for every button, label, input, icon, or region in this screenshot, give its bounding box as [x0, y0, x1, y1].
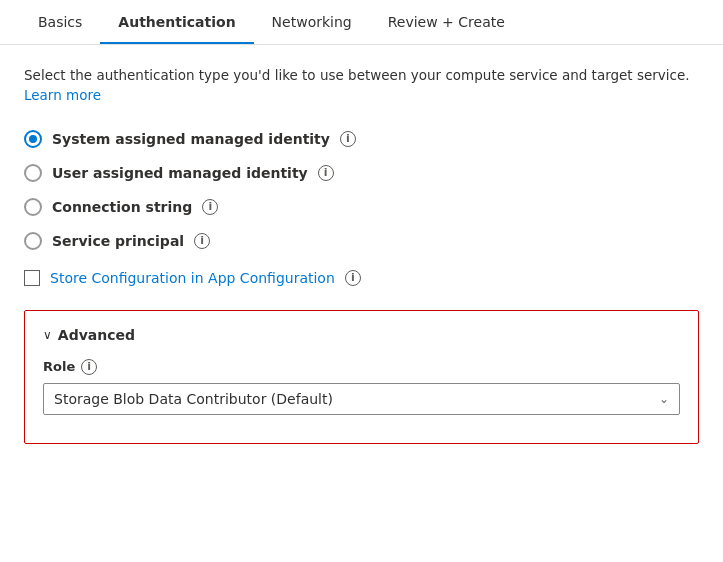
radio-label-connection-string: Connection string — [52, 199, 192, 215]
chevron-icon: ∨ — [43, 328, 52, 342]
advanced-title: Advanced — [58, 327, 135, 343]
radio-user-assigned[interactable]: User assigned managed identity i — [24, 164, 699, 182]
dropdown-chevron-icon: ⌄ — [659, 392, 669, 406]
tab-networking[interactable]: Networking — [254, 0, 370, 44]
radio-system-assigned[interactable]: System assigned managed identity i — [24, 130, 699, 148]
info-icon-service-principal[interactable]: i — [194, 233, 210, 249]
radio-service-principal[interactable]: Service principal i — [24, 232, 699, 250]
info-icon-role[interactable]: i — [81, 359, 97, 375]
radio-label-user-assigned: User assigned managed identity — [52, 165, 308, 181]
checkbox-box[interactable] — [24, 270, 40, 286]
role-label-row: Role i — [43, 359, 680, 375]
info-icon-connection-string[interactable]: i — [202, 199, 218, 215]
checkbox-label: Store Configuration in App Configuration — [50, 270, 335, 286]
description-text: Select the authentication type you'd lik… — [24, 65, 699, 106]
description-body: Select the authentication type you'd lik… — [24, 67, 690, 83]
auth-options: System assigned managed identity i User … — [24, 130, 699, 250]
radio-circle-user-assigned[interactable] — [24, 164, 42, 182]
info-icon-checkbox[interactable]: i — [345, 270, 361, 286]
radio-circle-service-principal[interactable] — [24, 232, 42, 250]
info-icon-system-assigned[interactable]: i — [340, 131, 356, 147]
learn-more-link[interactable]: Learn more — [24, 87, 101, 103]
radio-label-service-principal: Service principal — [52, 233, 184, 249]
tab-basics[interactable]: Basics — [20, 0, 100, 44]
role-dropdown[interactable]: Storage Blob Data Contributor (Default) … — [43, 383, 680, 415]
radio-label-system-assigned: System assigned managed identity — [52, 131, 330, 147]
tab-review-create[interactable]: Review + Create — [370, 0, 523, 44]
radio-connection-string[interactable]: Connection string i — [24, 198, 699, 216]
advanced-section: ∨ Advanced Role i Storage Blob Data Cont… — [24, 310, 699, 444]
radio-circle-connection-string[interactable] — [24, 198, 42, 216]
main-content: Select the authentication type you'd lik… — [0, 45, 723, 464]
info-icon-user-assigned[interactable]: i — [318, 165, 334, 181]
store-config-checkbox[interactable]: Store Configuration in App Configuration… — [24, 270, 699, 286]
role-label-text: Role — [43, 359, 75, 374]
radio-circle-system-assigned[interactable] — [24, 130, 42, 148]
tab-navigation: Basics Authentication Networking Review … — [0, 0, 723, 45]
role-dropdown-value: Storage Blob Data Contributor (Default) — [54, 391, 333, 407]
role-field-group: Role i Storage Blob Data Contributor (De… — [43, 359, 680, 415]
tab-authentication[interactable]: Authentication — [100, 0, 253, 44]
advanced-header[interactable]: ∨ Advanced — [43, 327, 680, 343]
